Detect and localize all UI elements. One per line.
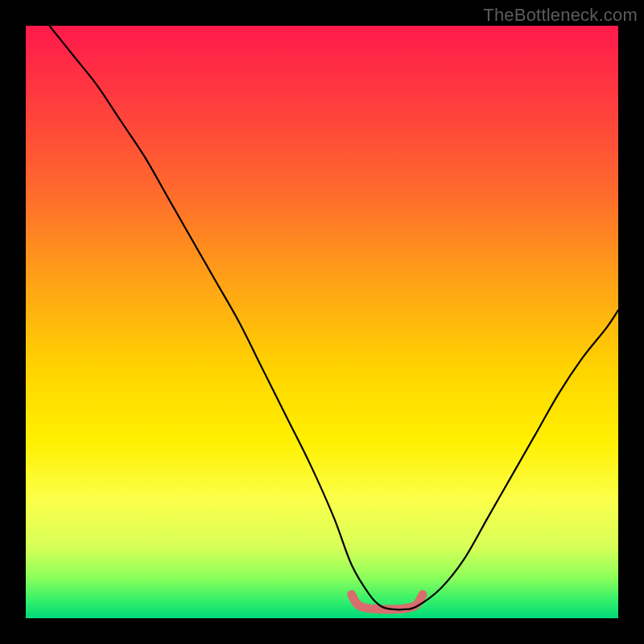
bottleneck-curve (49, 26, 618, 609)
watermark-text: TheBottleneck.com (483, 5, 638, 26)
plot-area (26, 26, 618, 618)
curve-layer (26, 26, 618, 618)
chart-frame: TheBottleneck.com (0, 0, 644, 644)
optimal-range-marker (352, 595, 423, 609)
